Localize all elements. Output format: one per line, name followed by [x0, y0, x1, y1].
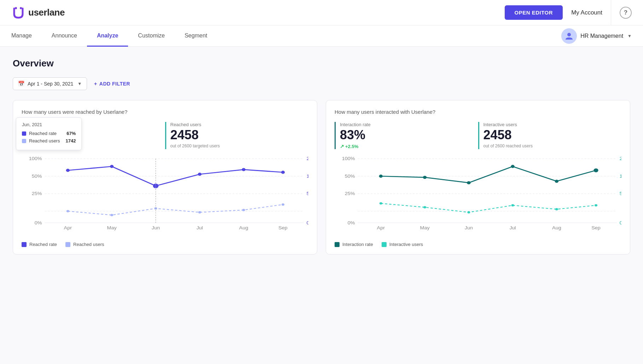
chart-right-legend: Interaction rate Interactive users	[335, 237, 621, 247]
svg-point-63	[467, 211, 470, 214]
svg-text:100%: 100%	[342, 156, 355, 161]
chart-left-area: 100% 50% 25% 0% 2000 1000 500 0 Apr May …	[22, 155, 308, 233]
logo-icon	[11, 6, 25, 20]
svg-point-66	[595, 204, 597, 207]
stat-reached-users-label: Reached users	[170, 122, 297, 127]
header: userlane OPEN EDITOR My Account ?	[0, 0, 643, 25]
svg-text:Jul: Jul	[509, 225, 516, 230]
stat-interactive-users-sub: out of 2600 reached users	[483, 143, 610, 148]
chart-card-left: How many users were reached by Userlane?…	[13, 100, 317, 254]
stat-interactive-users: Interactive users 2458 out of 2600 reach…	[478, 122, 610, 149]
svg-point-29	[66, 210, 69, 212]
tooltip-value-1: 67%	[66, 131, 76, 136]
date-filter[interactable]: 📅 Apr 1 - Sep 30, 2021 ▼	[13, 77, 87, 90]
chart-right-question: How many users interacted with Userlane?	[335, 109, 621, 115]
svg-text:Apr: Apr	[64, 225, 72, 230]
stat-reached-users: Reached users 2458 out of 2600 targeted …	[165, 122, 297, 149]
legend-reached-users: Reached users	[65, 242, 104, 247]
chart-left-legend: Reached rate Reached users	[22, 237, 308, 247]
stat-interaction-rate-change: ↗ +2.5%	[340, 143, 467, 149]
svg-text:Apr: Apr	[377, 225, 385, 230]
svg-point-59	[555, 180, 558, 183]
svg-text:0%: 0%	[35, 221, 42, 225]
svg-point-60	[594, 169, 598, 172]
legend-interaction-rate: Interaction rate	[335, 242, 373, 247]
tab-analyze[interactable]: Analyze	[87, 26, 128, 47]
svg-text:Sep: Sep	[278, 225, 288, 230]
tab-customize[interactable]: Customize	[128, 26, 175, 47]
header-actions: OPEN EDITOR My Account ?	[505, 0, 632, 25]
svg-text:25%: 25%	[345, 191, 355, 196]
charts-grid: How many users were reached by Userlane?…	[13, 100, 630, 254]
svg-point-23	[66, 169, 70, 172]
stat-interactive-users-value: 2458	[483, 129, 610, 141]
svg-point-65	[555, 208, 558, 211]
calendar-icon: 📅	[18, 81, 25, 87]
legend-dot-reached-users	[65, 242, 70, 247]
svg-text:May: May	[420, 225, 430, 230]
main-content: Overview 📅 Apr 1 - Sep 30, 2021 ▼ + ADD …	[0, 47, 643, 364]
legend-label-reached-users: Reached users	[73, 242, 104, 247]
help-icon[interactable]: ?	[620, 7, 632, 19]
svg-text:1000: 1000	[307, 174, 308, 179]
svg-text:25%: 25%	[32, 191, 42, 196]
svg-text:500: 500	[307, 191, 308, 196]
chart-left-svg: 100% 50% 25% 0% 2000 1000 500 0 Apr May …	[22, 155, 308, 233]
avatar	[561, 28, 577, 44]
svg-text:2000: 2000	[307, 156, 308, 161]
svg-text:Sep: Sep	[591, 225, 601, 230]
tab-segment[interactable]: Segment	[175, 26, 217, 47]
open-editor-button[interactable]: OPEN EDITOR	[505, 5, 563, 20]
svg-point-32	[198, 211, 201, 214]
svg-text:0%: 0%	[348, 221, 355, 225]
svg-point-24	[110, 165, 114, 168]
tooltip-dot-2	[22, 139, 26, 143]
stat-reached-users-sub: out of 2600 targeted users	[170, 143, 297, 148]
svg-point-33	[242, 209, 245, 211]
nav-bar: Manage Announce Analyze Customize Segmen…	[0, 25, 643, 47]
svg-text:0: 0	[307, 221, 308, 225]
legend-label-interaction-rate: Interaction rate	[342, 242, 373, 247]
svg-point-56	[423, 176, 427, 179]
tab-manage[interactable]: Manage	[11, 26, 42, 47]
svg-text:Aug: Aug	[239, 225, 248, 230]
chevron-down-icon: ▼	[627, 34, 632, 39]
svg-point-64	[511, 204, 514, 207]
my-account-link[interactable]: My Account	[571, 9, 602, 16]
tab-announce[interactable]: Announce	[42, 26, 87, 47]
chart-card-right: How many users interacted with Userlane?…	[326, 100, 630, 254]
svg-text:100%: 100%	[29, 156, 42, 161]
header-divider	[611, 0, 611, 25]
legend-dot-interactive-users	[382, 242, 387, 247]
date-range-label: Apr 1 - Sep 30, 2021	[28, 81, 73, 87]
svg-point-62	[423, 206, 426, 209]
tooltip-value-2: 1742	[65, 138, 76, 143]
svg-point-27	[242, 168, 245, 171]
stat-reached-users-value: 2458	[170, 129, 297, 141]
company-name: HR Management	[580, 33, 623, 39]
legend-label-reached-rate: Reached rate	[29, 242, 57, 247]
legend-reached-rate: Reached rate	[22, 242, 57, 247]
filters-row: 📅 Apr 1 - Sep 30, 2021 ▼ + ADD FILTER	[13, 77, 630, 90]
add-filter-button[interactable]: + ADD FILTER	[94, 81, 130, 87]
stat-interactive-users-label: Interactive users	[483, 122, 610, 127]
svg-point-30	[110, 214, 113, 216]
chart-left-question: How many users were reached by Userlane?	[22, 109, 308, 115]
svg-point-3	[567, 33, 571, 36]
svg-point-2	[20, 7, 22, 9]
chart-tooltip: Jun, 2021 Reached rate 67% Reached users…	[16, 117, 82, 150]
svg-text:2000: 2000	[620, 156, 621, 161]
svg-text:0: 0	[620, 221, 621, 225]
svg-point-34	[282, 204, 284, 206]
svg-point-26	[198, 173, 201, 176]
legend-dot-interaction-rate	[335, 242, 340, 247]
company-selector[interactable]: HR Management ▼	[561, 28, 632, 44]
date-chevron-icon: ▼	[77, 81, 82, 86]
svg-text:May: May	[107, 225, 117, 230]
avatar-icon	[564, 31, 574, 41]
plus-icon: +	[94, 81, 97, 87]
svg-text:50%: 50%	[345, 174, 355, 179]
svg-text:50%: 50%	[32, 174, 42, 179]
svg-text:Jun: Jun	[465, 225, 473, 230]
svg-text:500: 500	[620, 191, 621, 196]
